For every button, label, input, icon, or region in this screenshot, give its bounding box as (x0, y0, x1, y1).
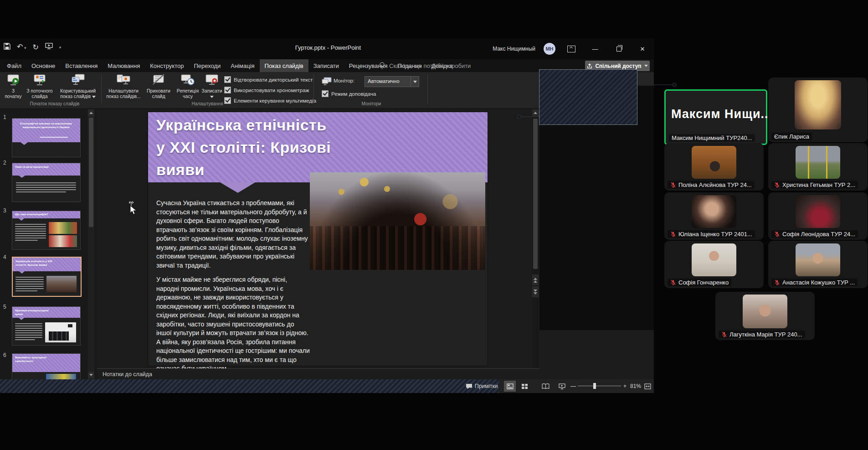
tell-me-placeholder: Скажіть, що потрібно зробити (389, 62, 471, 69)
from-beginning-button[interactable]: З початку (3, 73, 24, 99)
participant-tile[interactable]: Софія Гончаренко (664, 241, 764, 288)
from-current-slide-button[interactable]: З поточного слайда (25, 73, 55, 99)
setup-show-icon (116, 73, 131, 87)
customize-quick-access-icon[interactable]: ▾ (59, 45, 62, 50)
close-button[interactable]: ✕ (635, 42, 650, 56)
monitor-dropdown[interactable]: Автоматично (365, 76, 419, 87)
normal-view-icon (507, 383, 514, 389)
tab-design[interactable]: Конструктор (145, 59, 189, 72)
checkbox-presenter-view[interactable]: Режим доповідача (322, 90, 376, 97)
tab-home[interactable]: Основне (26, 59, 60, 72)
thumb-image (46, 374, 76, 379)
minimize-button[interactable]: — (587, 42, 603, 56)
share-dropdown-icon (644, 65, 648, 67)
undo-button[interactable]: ↶ ▾ (17, 43, 26, 52)
checkbox-icon (224, 87, 231, 93)
tab-record[interactable]: Записати (308, 59, 344, 72)
fit-to-window-button[interactable] (642, 381, 653, 392)
meeting-floating-preview[interactable] (539, 69, 637, 125)
desktop: ↶ ▾ ↻ ▾ Гурток.pptx - PowerPoint Макс Ни… (0, 0, 868, 450)
tab-animations[interactable]: Анімація (226, 59, 259, 72)
save-icon (4, 43, 10, 50)
restore-button[interactable] (611, 42, 627, 56)
participant-tile[interactable]: Єпик Лариса (768, 78, 868, 142)
participant-tile-host[interactable]: Максим Нищи... Максим Нищимний ТУР240... (664, 89, 767, 145)
zoom-slider-thumb[interactable] (593, 383, 596, 389)
slide-title[interactable]: Українська етнічність у XXI столітті: Кр… (156, 114, 331, 181)
thumbnail-slide-5[interactable]: Причини етнокультурної кризи (12, 306, 81, 346)
zoom-level[interactable]: 81% (630, 379, 641, 393)
tab-insert[interactable]: Вставлення (60, 59, 103, 72)
tab-file[interactable]: Файл (2, 59, 26, 72)
thumbnail-slide-2[interactable]: Тема та мета презентації (12, 163, 81, 202)
setup-slideshow-button[interactable]: Налаштувати показ слайдів... (104, 73, 143, 99)
thumbnail-pane-scrollbar[interactable] (88, 109, 94, 379)
thumbnail-slide-1[interactable]: Етнографічні виклики та перспективи наці… (12, 118, 81, 157)
reading-view-button[interactable] (539, 381, 551, 392)
zoom-slider-track[interactable] (578, 386, 621, 386)
scroll-up-button[interactable] (88, 109, 94, 116)
monitor-dropdown-arrow[interactable] (411, 77, 419, 87)
save-button[interactable] (4, 43, 10, 52)
scrollbar-thumb[interactable] (533, 119, 538, 269)
participant-tile[interactable]: Лагуткіна Марія ТУР 240... (715, 292, 815, 340)
account-user-name[interactable]: Макс Нищимный (493, 46, 535, 52)
thumb-image (45, 322, 76, 342)
tab-slideshow[interactable]: Показ слайдів (260, 59, 308, 72)
thumbnail-slide-6[interactable]: Важливість культурної самобутності (12, 353, 81, 379)
chevron-down-icon (210, 96, 214, 98)
participant-tile[interactable]: Анастасія Кожушко ТУР ... (768, 241, 868, 288)
scrollbar-thumb[interactable] (89, 118, 93, 227)
slide-paragraph-2: У містах майже не збереглися обряди, піс… (156, 275, 310, 373)
participant-tile[interactable]: Юліана Іщенко ТУР 2401... (664, 192, 764, 240)
participant-tile[interactable]: Поліна Алєйнова ТУР 24... (664, 143, 764, 191)
start-slideshow-button[interactable] (45, 43, 53, 52)
participant-tile[interactable]: Софія Леонідова ТУР 24... (768, 192, 868, 240)
thumbnail-slide-4-selected[interactable]: Українська етнічність у XXI столітті: Кр… (12, 257, 82, 297)
slide-canvas[interactable]: Українська етнічність у XXI столітті: Кр… (148, 112, 488, 366)
fit-slide-icon (644, 383, 651, 389)
previous-slide-button[interactable] (532, 274, 539, 285)
zoom-in-button[interactable]: + (623, 379, 627, 393)
rehearse-timings-button[interactable]: Репетиція часу (175, 73, 200, 99)
tab-transitions[interactable]: Переходи (189, 59, 226, 72)
zoom-out-button[interactable]: — (570, 379, 576, 393)
participant-photo (692, 243, 736, 276)
slideshow-view-icon (559, 383, 565, 389)
undo-dropdown-icon[interactable]: ▾ (23, 46, 26, 50)
notes-bar[interactable]: Нотатки до слайда (97, 368, 539, 379)
rehearse-clock-icon (180, 73, 195, 87)
thumb-notch (19, 271, 25, 274)
participant-tile[interactable]: Христина Гетьман ТУР 2... (768, 143, 868, 191)
redo-button[interactable]: ↻ (32, 44, 38, 51)
record-slideshow-button[interactable]: Записати (201, 73, 222, 99)
comment-icon (466, 383, 473, 389)
next-slide-button[interactable] (532, 286, 539, 297)
tell-me-search[interactable]: Скажіть, що потрібно зробити (379, 59, 471, 72)
participant-name-label: Софія Леонідова ТУР 24... (771, 230, 858, 238)
scroll-down-button[interactable] (88, 372, 94, 378)
slide-number: 4 (3, 254, 6, 260)
checkbox-use-timings[interactable]: Використовувати хронометраж (224, 87, 309, 93)
tab-draw[interactable]: Малювання (103, 59, 145, 72)
checkbox-play-narrations[interactable]: Відтворювати дикторський текст (224, 76, 313, 83)
thumb-notch (21, 142, 28, 145)
hide-slide-button[interactable]: Приховати слайд (144, 73, 173, 99)
slideshow-view-button[interactable] (556, 381, 568, 392)
thumbnail-slide-3[interactable]: Що таке етногеографія? (12, 211, 81, 250)
scroll-up-button[interactable] (532, 109, 539, 116)
slide-sorter-view-button[interactable] (519, 381, 530, 392)
custom-slideshow-button[interactable]: Користувацький показ слайдів (56, 73, 100, 99)
slide-area-scrollbar[interactable] (532, 109, 539, 379)
document-title: Гурток.pptx - PowerPoint (255, 44, 401, 51)
slide-body-text[interactable]: Сучасна Україна стикається з проблемами,… (156, 199, 310, 379)
thumb-image (49, 222, 77, 234)
slide-image-painting[interactable] (310, 172, 485, 270)
participant-photo (796, 146, 840, 179)
normal-view-button[interactable] (504, 381, 516, 392)
ribbon-display-options-button[interactable] (564, 42, 579, 56)
notes-toggle-button[interactable]: Примітки (466, 379, 498, 393)
ribbon-separator (427, 74, 428, 104)
user-avatar[interactable]: МН (544, 43, 555, 55)
participant-photo (692, 195, 736, 228)
